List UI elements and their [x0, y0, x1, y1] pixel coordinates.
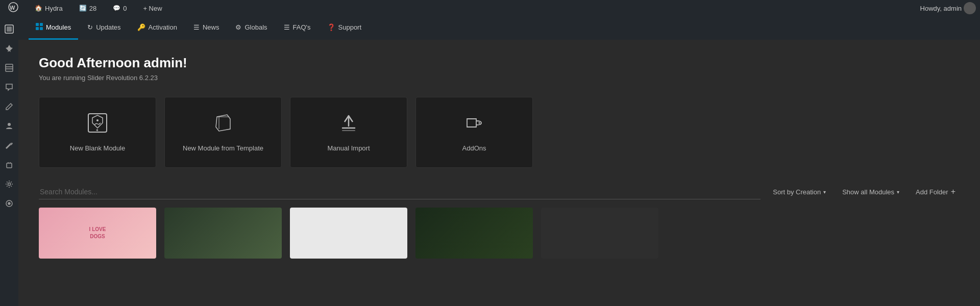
greeting-title: Good Afternoon admin!	[39, 55, 960, 71]
site-name-label: Hydra	[45, 5, 63, 12]
svg-rect-14	[36, 23, 39, 26]
sidebar-item-edit[interactable]	[0, 98, 18, 115]
tab-news[interactable]: ☰ News	[186, 16, 227, 40]
svg-point-13	[8, 202, 10, 205]
news-tab-icon: ☰	[193, 23, 200, 31]
tab-support-label: Support	[338, 23, 362, 31]
manual-import-label: Manual Import	[327, 144, 370, 152]
svg-text:W: W	[10, 4, 15, 10]
tab-activation-label: Activation	[149, 23, 177, 31]
new-blank-icon: ✦	[87, 113, 108, 137]
sidebar-item-settings[interactable]	[0, 175, 18, 193]
new-template-icon	[213, 113, 233, 137]
module-thumbnail[interactable]	[541, 208, 658, 259]
svg-rect-4	[6, 64, 13, 71]
globals-tab-icon: ⚙	[235, 23, 241, 31]
svg-rect-15	[40, 23, 43, 26]
main-content: Modules ↻ Updates 🔑 Activation ☰ News ⚙ …	[18, 16, 980, 306]
sidebar-item-slider-revolution[interactable]	[0, 20, 18, 38]
tab-faqs-label: FAQ's	[293, 23, 311, 31]
hydra-icon: 🏠	[35, 5, 42, 12]
avatar	[964, 2, 976, 14]
modules-tab-icon	[36, 23, 43, 32]
support-tab-icon: ❓	[327, 23, 335, 31]
faqs-tab-icon: ☰	[284, 23, 290, 31]
wp-icon: W	[8, 2, 18, 15]
updates-count: 28	[89, 5, 96, 12]
show-all-chevron-down-icon: ▾	[897, 189, 899, 195]
greeting-section: Good Afternoon admin! You are running Sl…	[39, 55, 960, 82]
module-thumbnail[interactable]	[415, 208, 533, 259]
tab-modules[interactable]: Modules	[29, 16, 78, 40]
nav-tabs: Modules ↻ Updates 🔑 Activation ☰ News ⚙ …	[18, 16, 980, 40]
search-filter-row: Sort by Creation ▾ Show all Modules ▾ Ad…	[39, 184, 960, 199]
search-modules-input[interactable]	[39, 185, 761, 199]
sort-chevron-down-icon: ▾	[823, 189, 826, 195]
svg-point-11	[8, 183, 11, 186]
addons-card[interactable]: AddOns	[415, 97, 533, 168]
sort-by-creation-label: Sort by Creation	[773, 188, 821, 196]
svg-point-19	[96, 119, 99, 121]
sidebar-item-circle[interactable]	[0, 195, 18, 212]
greeting-subtitle: You are running Slider Revolution 6.2.23	[39, 74, 960, 82]
svg-rect-17	[40, 27, 43, 30]
module-thumbnail[interactable]	[290, 208, 407, 259]
tab-updates-label: Updates	[96, 23, 120, 31]
add-folder-button[interactable]: Add Folder +	[912, 184, 960, 199]
content-area: Good Afternoon admin! You are running Sl…	[18, 40, 980, 306]
svg-text:✦: ✦	[95, 128, 99, 133]
sidebar-item-tools[interactable]	[0, 137, 18, 154]
sidebar	[0, 16, 18, 306]
manual-import-icon	[338, 113, 359, 137]
tab-support[interactable]: ❓ Support	[320, 16, 369, 40]
add-folder-plus-icon: +	[951, 187, 955, 196]
svg-rect-3	[7, 27, 12, 32]
site-name-item[interactable]: 🏠 Hydra	[31, 0, 67, 16]
comments-count: 0	[123, 5, 127, 12]
updates-item[interactable]: 🔄 28	[75, 0, 101, 16]
module-thumb-text: I LOVEDOGS	[89, 226, 106, 240]
svg-rect-16	[36, 27, 39, 30]
new-blank-module-card[interactable]: ✦ New Blank Module	[39, 97, 156, 168]
new-content-item[interactable]: + New	[139, 0, 166, 16]
sort-by-creation-button[interactable]: Sort by Creation ▾	[769, 185, 830, 199]
activation-tab-icon: 🔑	[137, 23, 145, 31]
new-template-module-label: New Module from Template	[183, 144, 263, 152]
new-blank-module-label: New Blank Module	[70, 144, 125, 152]
updates-tab-icon: ↻	[87, 23, 93, 31]
wp-logo[interactable]: W	[4, 0, 22, 16]
new-content-label: + New	[143, 5, 162, 12]
search-wrapper	[39, 185, 761, 199]
manual-import-card[interactable]: Manual Import	[290, 97, 407, 168]
admin-bar: W 🏠 Hydra 🔄 28 💬 0 + New Howdy, admin	[0, 0, 980, 16]
sidebar-item-layers[interactable]	[0, 59, 18, 76]
module-thumbnail[interactable]	[164, 208, 282, 259]
sidebar-item-comments[interactable]	[0, 79, 18, 96]
tab-globals[interactable]: ⚙ Globals	[228, 16, 274, 40]
tab-faqs[interactable]: ☰ FAQ's	[277, 16, 318, 40]
tab-globals-label: Globals	[244, 23, 267, 31]
comments-item[interactable]: 💬 0	[109, 0, 131, 16]
modules-thumbnails-row: I LOVEDOGS	[39, 208, 960, 259]
sidebar-item-plugin[interactable]	[0, 156, 18, 173]
tab-updates[interactable]: ↻ Updates	[80, 16, 128, 40]
addons-icon	[464, 113, 484, 137]
tab-activation[interactable]: 🔑 Activation	[130, 16, 184, 40]
sidebar-item-user[interactable]	[0, 117, 18, 135]
show-all-modules-button[interactable]: Show all Modules ▾	[838, 185, 903, 199]
svg-point-7	[8, 123, 11, 126]
add-folder-label: Add Folder	[916, 188, 948, 196]
new-template-module-card[interactable]: New Module from Template	[164, 97, 282, 168]
show-all-modules-label: Show all Modules	[842, 188, 894, 196]
howdy-text[interactable]: Howdy, admin	[920, 2, 976, 14]
svg-point-21	[479, 122, 480, 124]
updates-icon: 🔄	[79, 5, 87, 12]
svg-rect-8	[7, 163, 12, 168]
tab-news-label: News	[203, 23, 219, 31]
comments-icon: 💬	[113, 5, 120, 12]
module-thumbnail[interactable]: I LOVEDOGS	[39, 208, 156, 259]
addons-label: AddOns	[462, 144, 486, 152]
tab-modules-label: Modules	[46, 23, 71, 31]
action-cards-row: ✦ New Blank Module New Module from Templ…	[39, 97, 960, 168]
sidebar-item-pin[interactable]	[0, 40, 18, 57]
